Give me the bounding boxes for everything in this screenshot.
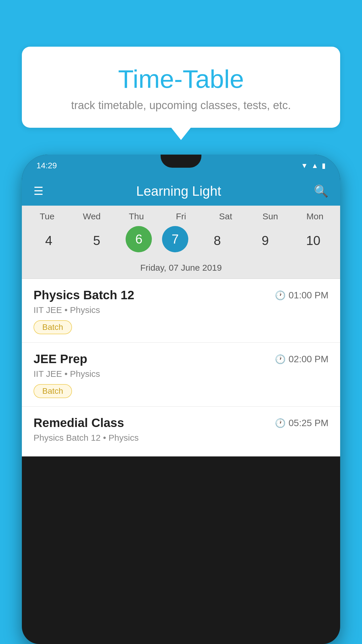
cal-date-8[interactable]: 8 [198, 226, 236, 255]
cal-date-10[interactable]: 10 [294, 226, 332, 255]
selected-date-label: Friday, 07 June 2019 [22, 260, 340, 279]
wifi-icon: ▼ [301, 162, 308, 170]
cal-day-name: Wed [73, 211, 111, 221]
schedule-list: Physics Batch 12🕐01:00 PMIIT JEE • Physi… [22, 279, 340, 456]
status-icons: ▼ ▲ ▮ [301, 162, 326, 170]
calendar-day-names: TueWedThuFriSatSunMon [22, 206, 340, 224]
calendar-dates-row: 45678910 [22, 224, 340, 260]
cal-day-name: Sat [207, 211, 245, 221]
schedule-item-subtitle: IIT JEE • Physics [34, 305, 328, 315]
bubble-title: Time-Table [36, 64, 326, 94]
schedule-item-time: 🕐05:25 PM [275, 418, 328, 428]
signal-icon: ▲ [311, 162, 318, 170]
status-time: 14:29 [36, 161, 57, 170]
cal-day-name: Fri [162, 211, 200, 221]
cal-date-5[interactable]: 5 [78, 226, 116, 255]
schedule-item[interactable]: JEE Prep🕐02:00 PMIIT JEE • PhysicsBatch [22, 343, 340, 407]
status-bar: 14:29 ▼ ▲ ▮ [22, 155, 340, 176]
menu-icon[interactable]: ☰ [34, 185, 43, 197]
schedule-item-time: 🕐01:00 PM [275, 290, 328, 301]
cal-day-name: Mon [296, 211, 334, 221]
clock-icon: 🕐 [275, 290, 286, 300]
bubble-subtitle: track timetable, upcoming classes, tests… [36, 99, 326, 112]
cal-date-6[interactable]: 6 [126, 226, 152, 252]
schedule-item-subtitle: IIT JEE • Physics [34, 369, 328, 379]
cal-date-7[interactable]: 7 [162, 226, 188, 252]
cal-day-name: Thu [117, 211, 155, 221]
schedule-item-name: JEE Prep [34, 352, 87, 366]
cal-day-name: Tue [28, 211, 66, 221]
cal-day-name: Sun [251, 211, 289, 221]
cal-date-4[interactable]: 4 [30, 226, 68, 255]
schedule-item-subtitle: Physics Batch 12 • Physics [34, 433, 328, 443]
schedule-item-time: 🕐02:00 PM [275, 354, 328, 365]
cal-date-9[interactable]: 9 [246, 226, 284, 255]
search-icon[interactable]: 🔍 [314, 184, 328, 198]
clock-icon: 🕐 [275, 354, 286, 364]
batch-badge: Batch [34, 320, 72, 334]
app-bar: ☰ Learning Light 🔍 [22, 176, 340, 206]
batch-badge: Batch [34, 384, 72, 398]
schedule-item-name: Remedial Class [34, 416, 124, 430]
schedule-item-name: Physics Batch 12 [34, 288, 134, 302]
calendar-section: TueWedThuFriSatSunMon 45678910 Friday, 0… [22, 206, 340, 456]
schedule-item[interactable]: Physics Batch 12🕐01:00 PMIIT JEE • Physi… [22, 279, 340, 343]
app-bar-title: Learning Light [136, 183, 221, 199]
battery-icon: ▮ [322, 162, 326, 170]
speech-bubble: Time-Table track timetable, upcoming cla… [22, 47, 340, 128]
clock-icon: 🕐 [275, 418, 286, 428]
phone-frame: 14:29 ▼ ▲ ▮ ☰ Learning Light 🔍 TueWedThu… [22, 155, 340, 644]
schedule-item[interactable]: Remedial Class🕐05:25 PMPhysics Batch 12 … [22, 407, 340, 456]
